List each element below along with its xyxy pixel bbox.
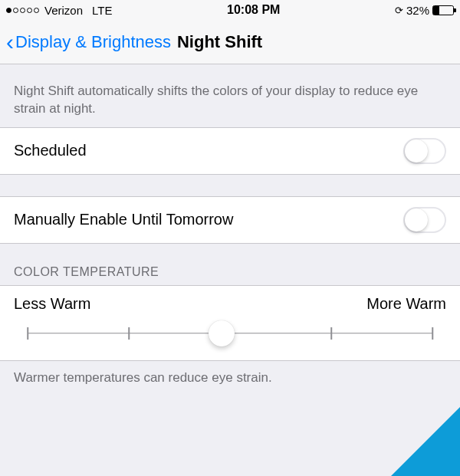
carrier-label: Verizon: [44, 4, 83, 17]
navigation-bar: ‹ Display & Brightness Night Shift: [0, 20, 460, 64]
back-chevron-icon[interactable]: ‹: [6, 31, 15, 54]
intro-description: Night Shift automatically shifts the col…: [0, 64, 460, 127]
clock-label: 10:08 PM: [227, 3, 280, 17]
scheduled-toggle[interactable]: [403, 138, 446, 164]
page-title: Night Shift: [177, 32, 262, 52]
back-button[interactable]: Display & Brightness: [15, 32, 171, 52]
slider-max-label: More Warm: [366, 295, 446, 313]
color-temperature-cell: Less Warm More Warm: [0, 285, 460, 361]
manual-enable-row[interactable]: Manually Enable Until Tomorrow: [0, 196, 460, 244]
status-left: Verizon LTE: [6, 4, 112, 17]
status-right: ⟳ 32%: [395, 4, 454, 17]
slider-min-label: Less Warm: [14, 295, 90, 313]
color-temperature-slider[interactable]: [28, 320, 432, 346]
manual-enable-label: Manually Enable Until Tomorrow: [14, 211, 233, 228]
status-bar: Verizon LTE 10:08 PM ⟳ 32%: [0, 0, 460, 20]
battery-percent-label: 32%: [406, 4, 429, 17]
scheduled-label: Scheduled: [14, 142, 87, 159]
orientation-lock-icon: ⟳: [395, 5, 403, 16]
slider-thumb[interactable]: [209, 320, 235, 346]
color-temperature-header: COLOR TEMPERATURE: [0, 244, 460, 285]
manual-enable-toggle[interactable]: [403, 207, 446, 233]
signal-strength-icon: [6, 8, 39, 13]
temperature-footer: Warmer temperatures can reduce eye strai…: [0, 361, 460, 395]
network-label: LTE: [92, 4, 112, 17]
battery-icon: [432, 5, 454, 15]
scheduled-row[interactable]: Scheduled: [0, 127, 460, 175]
watermark-triangle: [391, 407, 460, 476]
